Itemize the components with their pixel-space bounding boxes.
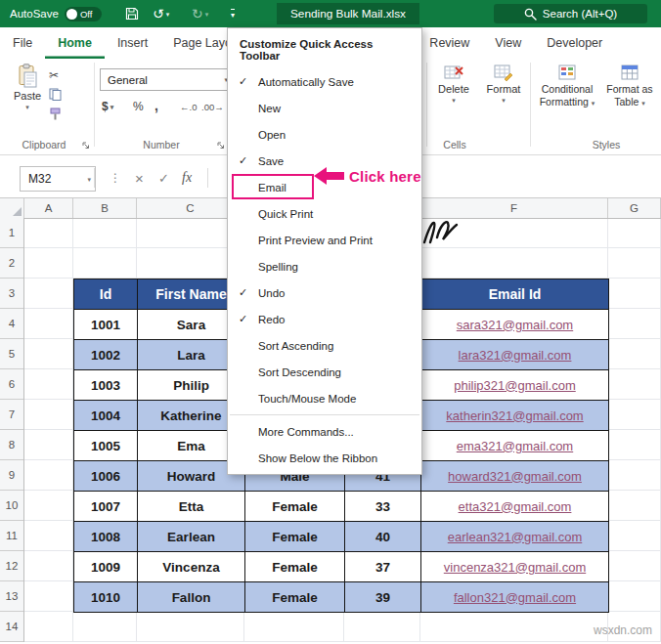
qat-menu-item-sort-descending[interactable]: Sort Descending	[228, 359, 421, 385]
cell-age[interactable]: 33	[345, 492, 421, 522]
row-header-4[interactable]: 4	[0, 309, 23, 339]
cut-button[interactable]: ✂	[49, 68, 59, 82]
cell-email-link[interactable]: fallon321@gmail.com	[421, 582, 609, 613]
sheet-cell[interactable]	[24, 369, 73, 400]
qat-menu-item-new[interactable]: New	[228, 95, 421, 121]
sheet-cell[interactable]	[24, 248, 73, 279]
cell-email-link[interactable]: lara321@gmail.com	[421, 340, 609, 370]
increase-decimal-button[interactable]: ←.0	[180, 102, 197, 112]
column-header-a[interactable]: A	[24, 197, 73, 218]
sheet-cell[interactable]	[24, 551, 73, 581]
sheet-cell[interactable]	[608, 581, 661, 612]
sheet-cell[interactable]	[608, 218, 661, 248]
cell-id[interactable]: 1002	[74, 340, 138, 370]
sheet-cell[interactable]	[24, 218, 73, 248]
number-format-dropdown[interactable]: General ▾	[100, 68, 234, 91]
row-header-1[interactable]: 1	[0, 218, 23, 248]
cell-id[interactable]: 1004	[74, 401, 138, 431]
insert-function-button[interactable]: fx	[182, 166, 192, 190]
sheet-cell[interactable]	[244, 612, 344, 642]
qat-menu-item-quick-print[interactable]: Quick Print	[228, 200, 421, 227]
row-header-11[interactable]: 11	[0, 521, 23, 551]
sheet-cell[interactable]	[608, 551, 661, 581]
format-button[interactable]: Format ▾	[480, 64, 527, 104]
sheet-cell[interactable]	[24, 279, 73, 309]
row-header-2[interactable]: 2	[0, 248, 23, 279]
sheet-cell[interactable]	[24, 612, 73, 642]
cell-id[interactable]: 1010	[74, 582, 138, 613]
decrease-decimal-button[interactable]: .00→	[201, 102, 224, 112]
tab-file[interactable]: File	[0, 27, 45, 59]
tab-review[interactable]: Review	[417, 27, 482, 59]
cell-email-link[interactable]: etta321@gmail.com	[421, 492, 609, 522]
qat-menu-item-undo[interactable]: ✓Undo	[228, 279, 421, 306]
sheet-cell[interactable]	[73, 248, 137, 279]
cell-id[interactable]: 1001	[74, 310, 138, 340]
cell-age[interactable]: 39	[345, 582, 421, 613]
row-header-12[interactable]: 12	[0, 551, 23, 581]
sheet-cell[interactable]	[24, 491, 73, 521]
cell-first-name[interactable]: Etta	[138, 492, 245, 522]
cell-first-name[interactable]: Earlean	[138, 522, 245, 552]
delete-button[interactable]: Delete ▾	[431, 64, 476, 104]
qat-menu-item-spelling[interactable]: Spelling	[228, 253, 421, 279]
sheet-cell[interactable]	[24, 309, 73, 339]
qat-menu-item-sort-ascending[interactable]: Sort Ascending	[228, 332, 421, 359]
qat-menu-item-redo[interactable]: ✓Redo	[228, 306, 421, 332]
cell-email-link[interactable]: vincenza321@gmail.com	[421, 552, 609, 582]
sheet-cell[interactable]	[24, 521, 73, 551]
sheet-cell[interactable]	[608, 491, 661, 521]
sheet-cell[interactable]	[608, 339, 661, 369]
row-header-13[interactable]: 13	[0, 581, 23, 612]
redo-button[interactable]: ↻ ▾	[192, 0, 208, 27]
paste-button[interactable]: Paste ▾	[8, 64, 47, 110]
qat-menu-item-touch-mouse-mode[interactable]: Touch/Mouse Mode	[228, 385, 421, 411]
qat-menu-item-more-commands[interactable]: More Commands...	[228, 418, 421, 445]
sheet-cell[interactable]	[608, 400, 661, 430]
cell-gender[interactable]: Female	[245, 492, 345, 522]
accounting-format-button[interactable]: $ ▾	[102, 100, 113, 113]
sheet-cell[interactable]	[73, 612, 137, 642]
sheet-cell[interactable]	[24, 460, 73, 491]
cell-id[interactable]: 1006	[74, 461, 138, 492]
sheet-cell[interactable]	[608, 279, 661, 309]
select-all-corner[interactable]	[0, 197, 24, 218]
format-as-table-button[interactable]: Format as Table ▾	[602, 64, 657, 107]
row-header-10[interactable]: 10	[0, 491, 23, 521]
tab-view[interactable]: View	[482, 27, 534, 59]
tab-home[interactable]: Home	[45, 27, 105, 59]
sheet-cell[interactable]	[73, 218, 137, 248]
percent-style-button[interactable]: %	[133, 100, 144, 113]
qat-menu-item-print-preview-and-print[interactable]: Print Preview and Print	[228, 227, 421, 253]
cell-email-link[interactable]: ema321@gmail.com	[421, 431, 609, 461]
cell-email-link[interactable]: katherin321@gmail.com	[421, 401, 609, 431]
qat-menu-item-open[interactable]: Open	[228, 121, 421, 148]
cell-first-name[interactable]: Fallon	[138, 582, 245, 613]
dialog-launcher-icon[interactable]	[217, 142, 225, 150]
name-box[interactable]: M32 ▾	[20, 166, 96, 192]
sheet-cell[interactable]	[24, 339, 73, 369]
column-header-b[interactable]: B	[73, 197, 137, 218]
sheet-cell[interactable]	[608, 430, 661, 460]
table-header-email-id[interactable]: Email Id	[421, 279, 609, 310]
sheet-cell[interactable]	[24, 400, 73, 430]
sheet-cell[interactable]	[608, 369, 661, 400]
row-header-3[interactable]: 3	[0, 279, 23, 309]
search-box[interactable]: Search (Alt+Q)	[494, 4, 647, 23]
autosave-control[interactable]: AutoSave Off	[10, 0, 102, 27]
cell-id[interactable]: 1008	[74, 522, 138, 552]
row-header-9[interactable]: 9	[0, 460, 23, 491]
copy-button[interactable]	[49, 88, 62, 101]
table-header-id[interactable]: Id	[74, 279, 138, 310]
format-painter-button[interactable]	[49, 107, 62, 120]
cell-email-link[interactable]: earlean321@gmail.com	[421, 522, 609, 552]
sheet-cell[interactable]	[608, 309, 661, 339]
sheet-cell[interactable]	[420, 612, 608, 642]
cell-age[interactable]: 40	[345, 522, 421, 552]
comma-style-button[interactable]: ,	[154, 98, 158, 113]
column-header-f[interactable]: F	[420, 197, 608, 218]
sheet-cell[interactable]	[608, 521, 661, 551]
row-header-7[interactable]: 7	[0, 400, 23, 430]
cancel-button[interactable]: ×	[135, 166, 144, 190]
tab-developer[interactable]: Developer	[534, 27, 615, 59]
